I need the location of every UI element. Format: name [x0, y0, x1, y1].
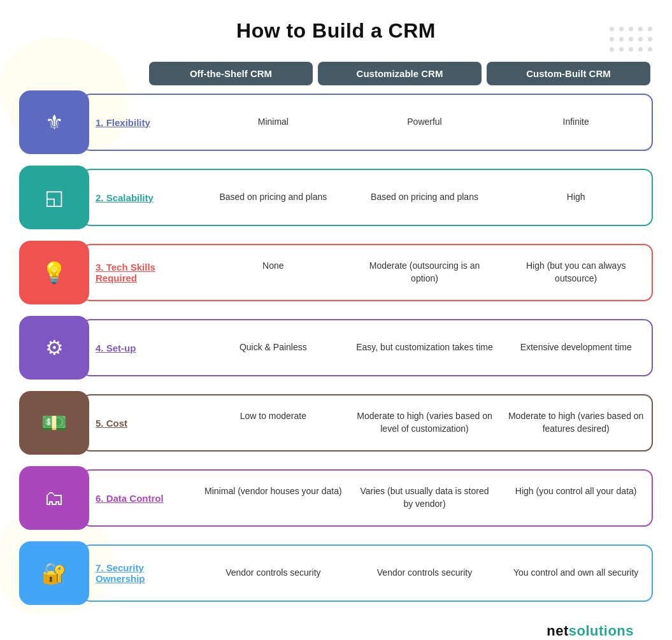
row-4-col2: Easy, but customization takes time [349, 336, 501, 359]
row-cells-5: Low to moderate Moderate to high (varies… [197, 405, 652, 440]
row-cells-1: Minimal Powerful Infinite [197, 111, 652, 134]
row-3-col2: Moderate (outsourcing is an option) [349, 255, 501, 290]
row-1-col2: Powerful [349, 111, 501, 134]
row-cells-4: Quick & Painless Easy, but customization… [197, 336, 652, 359]
brand-accent: solutions [569, 623, 634, 639]
table-row-3: 💡 3. Tech Skills Required None Moderate … [19, 241, 653, 304]
row-7-col1: Vendor controls security [197, 562, 349, 585]
row-label-4: 4. Set-up [96, 343, 197, 353]
main-container: How to Build a CRM Off-the-Shelf CRM Cus… [0, 0, 672, 640]
row-label-5: 5. Cost [96, 418, 197, 429]
row-4-col1: Quick & Painless [197, 336, 349, 359]
page-title: How to Build a CRM [19, 19, 653, 43]
row-icon-2: ◱ [19, 166, 89, 229]
row-2-col3: High [500, 186, 652, 209]
row-label-6: 6. Data Control [96, 493, 197, 504]
row-content-6: 6. Data Control Minimal (vendor houses y… [82, 469, 653, 527]
row-icon-5: 💵 [19, 391, 89, 455]
column-header-customizable: Customizable CRM [318, 62, 482, 85]
table-row-4: ⚙ 4. Set-up Quick & Painless Easy, but c… [19, 316, 653, 380]
table-row-6: 🗂 6. Data Control Minimal (vendor houses… [19, 466, 653, 530]
row-cells-3: None Moderate (outsourcing is an option)… [197, 255, 652, 290]
row-cells-2: Based on pricing and plans Based on pric… [197, 186, 652, 209]
row-5-col3: Moderate to high (varies based on featur… [500, 405, 652, 440]
row-content-4: 4. Set-up Quick & Painless Easy, but cus… [82, 319, 653, 376]
row-icon-7: 🔐 [19, 541, 89, 605]
row-label-link-7[interactable]: 7. Security Ownership [96, 562, 145, 584]
row-icon-6: 🗂 [19, 466, 89, 530]
row-7-col3: You control and own all security [500, 562, 652, 585]
table-row-7: 🔐 7. Security Ownership Vendor controls … [19, 541, 653, 605]
column-header-off-the-shelf: Off-the-Shelf CRM [149, 62, 313, 85]
row-icon-1: ⚜ [19, 90, 89, 154]
rows-container: ⚜ 1. Flexibility Minimal Powerful Infini… [19, 90, 653, 605]
row-4-col3: Extensive development time [500, 336, 652, 359]
brand-main: net [547, 623, 569, 639]
row-1-col1: Minimal [197, 111, 349, 134]
row-2-col2: Based on pricing and plans [349, 186, 501, 209]
column-headers: Off-the-Shelf CRM Customizable CRM Custo… [147, 62, 653, 85]
row-icon-3: 💡 [19, 241, 89, 304]
table-row-1: ⚜ 1. Flexibility Minimal Powerful Infini… [19, 90, 653, 154]
row-5-col1: Low to moderate [197, 405, 349, 440]
row-label-7: 7. Security Ownership [96, 562, 197, 584]
row-label-link-6[interactable]: 6. Data Control [96, 493, 164, 504]
brand-logo: netsolutions [547, 623, 634, 639]
row-content-5: 5. Cost Low to moderate Moderate to high… [82, 394, 653, 452]
row-cells-7: Vendor controls security Vendor controls… [197, 562, 652, 585]
table-row-5: 💵 5. Cost Low to moderate Moderate to hi… [19, 391, 653, 455]
row-cells-6: Minimal (vendor houses your data) Varies… [197, 480, 652, 515]
row-content-2: 2. Scalability Based on pricing and plan… [82, 169, 653, 226]
row-6-col3: High (you control all your data) [500, 480, 652, 515]
row-content-3: 3. Tech Skills Required None Moderate (o… [82, 244, 653, 301]
row-label-link-1[interactable]: 1. Flexibility [96, 117, 150, 128]
column-header-custom-built: Custom-Built CRM [487, 62, 650, 85]
row-3-col1: None [197, 255, 349, 290]
row-label-link-5[interactable]: 5. Cost [96, 418, 127, 429]
footer: netsolutions [19, 616, 653, 639]
row-content-7: 7. Security Ownership Vendor controls se… [82, 544, 653, 602]
row-label-link-3[interactable]: 3. Tech Skills Required [96, 262, 155, 283]
table-row-2: ◱ 2. Scalability Based on pricing and pl… [19, 166, 653, 229]
row-2-col1: Based on pricing and plans [197, 186, 349, 209]
row-3-col3: High (but you can always outsource) [500, 255, 652, 290]
row-label-2: 2. Scalability [96, 192, 197, 203]
row-6-col1: Minimal (vendor houses your data) [197, 480, 349, 515]
row-5-col2: Moderate to high (varies based on level … [349, 405, 501, 440]
row-label-link-4[interactable]: 4. Set-up [96, 343, 136, 353]
row-label-3: 3. Tech Skills Required [96, 262, 197, 283]
row-label-link-2[interactable]: 2. Scalability [96, 192, 154, 203]
row-label-1: 1. Flexibility [96, 117, 197, 128]
row-1-col3: Infinite [500, 111, 652, 134]
row-content-1: 1. Flexibility Minimal Powerful Infinite [82, 94, 653, 151]
row-6-col2: Varies (but usually data is stored by ve… [349, 480, 501, 515]
row-7-col2: Vendor controls security [349, 562, 501, 585]
row-icon-4: ⚙ [19, 316, 89, 380]
